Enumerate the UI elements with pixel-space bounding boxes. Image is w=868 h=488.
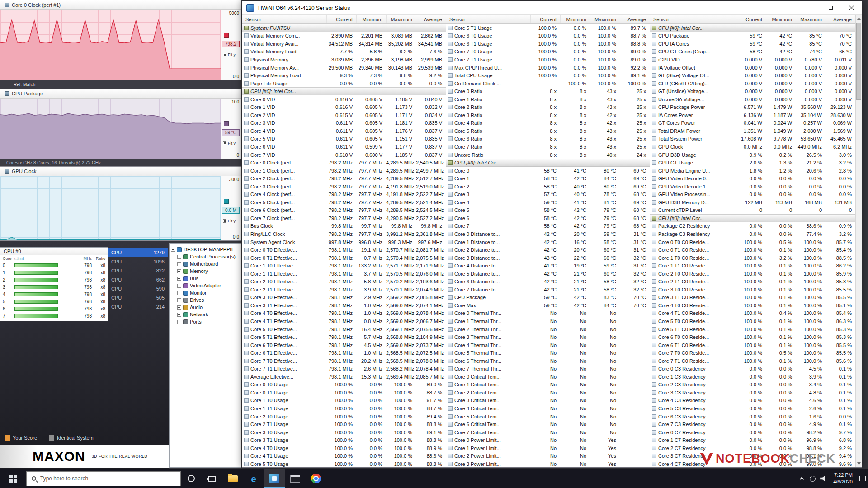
sensor-row[interactable]: Core 1 T0 C0 Reside...100.0 %3.2 %100.0 …: [650, 254, 855, 262]
cinebench-score-row[interactable]: CPU214: [108, 302, 168, 311]
tree-item[interactable]: Audio: [171, 304, 239, 311]
graph-titlebar[interactable]: CPU Package: [0, 89, 241, 99]
sensor-row[interactable]: Bus Clock99.8 MHz99.7 MHz99.8 MHz99.8 MH…: [242, 222, 446, 230]
sensor-row[interactable]: Core 3 T0 Effective...798.1 MHz2.9 MHz2,…: [242, 294, 446, 302]
tree-item[interactable]: Bus: [171, 275, 239, 282]
sensor-group-row[interactable]: CPU [#0]: Intel Cor...: [650, 214, 855, 222]
sensor-row[interactable]: Core 2 Power Limit...NoNoYes: [446, 452, 650, 460]
sensor-row[interactable]: Core 3 VID0.611 V0.605 V1.181 V0.835 V: [242, 119, 446, 127]
sensor-row[interactable]: Core 1 T0 Effective...798.1 MHz133.2 MHz…: [242, 262, 446, 270]
sensor-row[interactable]: GPU Video Processin...0.0 %0.0 %0.0 %0.0…: [650, 190, 855, 198]
sensor-row[interactable]: Total CPU Usage100.0 %0.0 %100.0 %89.1 %: [446, 71, 650, 80]
sensor-row[interactable]: CPU Package59 °C42 °C83 °C70 °C: [446, 294, 650, 302]
sensor-row[interactable]: Core 6 VID0.611 V0.599 V1.177 V0.837 V: [242, 143, 446, 151]
network-tray-button[interactable]: [807, 469, 818, 488]
sensor-row[interactable]: Core 0 Distance to...42 °C20 °C59 °C31 °…: [446, 230, 650, 238]
sensor-group-row[interactable]: CPU [#0]: Intel Cor...: [242, 87, 446, 95]
tree-item[interactable]: Network: [171, 311, 239, 318]
sensor-row[interactable]: Core 5 T1 Usage100.0 %0.0 %100.0 %89.7 %: [446, 24, 650, 32]
sensor-row[interactable]: Core 4 C3 Residency0.0 %0.0 %4.6 %0.1 %: [650, 397, 855, 405]
sensor-row[interactable]: Core 2 Thermal Thr...NoNoNo: [446, 325, 650, 333]
sensor-row[interactable]: Core 658 °C42 °C79 °C68 °C: [446, 214, 650, 222]
sensor-row[interactable]: Core 5 T0 Effective...798.1 MHz16.4 MHz2…: [242, 325, 446, 333]
sensor-row[interactable]: Core 1 Clock (perf...798.2 MHz797.7 MHz4…: [242, 167, 446, 175]
sensor-row[interactable]: Core 158 °C42 °C84 °C69 °C: [446, 174, 650, 183]
sensor-group-row[interactable]: CPU [#0]: Intel Cor...: [446, 159, 650, 167]
sensor-row[interactable]: Core 1 Power Limit...NoNoYes: [446, 444, 650, 452]
sensor-row[interactable]: Core 3 Ratio8 x8 x42 x25 x: [446, 111, 650, 119]
sensor-row[interactable]: Core 6 Critical Tem...NoNoNo: [446, 420, 650, 428]
sensor-row[interactable]: Core Max59 °C42 °C84 °C70 °C: [446, 301, 650, 310]
sensor-row[interactable]: Page File Usage0.0 %0.0 %0.0 %0.0 %: [242, 80, 446, 88]
sensor-row[interactable]: Core 7 VID0.610 V0.600 V1.185 V0.837 V: [242, 151, 446, 159]
sensor-row[interactable]: Core 0 T0 C0 Reside...100.0 %0.5 %100.0 …: [650, 238, 855, 246]
column-header-sensor[interactable]: Sensor: [446, 15, 530, 23]
column-header[interactable]: Minimum: [356, 15, 386, 23]
fit-y-toggle[interactable]: Fit y: [223, 52, 236, 57]
sensor-row[interactable]: Core 4 T1 C0 Reside...100.0 %0.4 %100.0 …: [650, 310, 855, 318]
sensor-row[interactable]: Uncore/SA Voltage...0.000 V0.000 V0.000 …: [650, 95, 855, 103]
expand-icon[interactable]: [177, 298, 181, 302]
column-header[interactable]: Minimum: [560, 15, 590, 23]
sensor-row[interactable]: Core 0 Ratio8 x8 x43 x25 x: [446, 87, 650, 95]
sensor-group-row[interactable]: CPU [#0]: Intel Cor...: [650, 24, 855, 32]
sensor-row[interactable]: GPU GT Usage2.0 %1.3 %21.2 %3.2 %: [650, 159, 855, 167]
taskbar-clock[interactable]: 7:22 PM 4/6/2020: [829, 472, 857, 485]
sensor-row[interactable]: Core 1 Thermal Thr...NoNoNo: [446, 317, 650, 325]
sensor-row[interactable]: Core 6 Ratio8 x8 x43 x25 x: [446, 135, 650, 143]
sensor-row[interactable]: Core 7 T1 Usage100.0 %0.0 %100.0 %89.0 %: [446, 56, 650, 64]
sensor-row[interactable]: Core 3 Clock (perf...798.2 MHz797.7 MHz4…: [242, 183, 446, 191]
sensor-row[interactable]: Physical Memory Load9.3 %7.3 %9.8 %9.2 %: [242, 71, 446, 80]
sensor-row[interactable]: Core 5 T0 Usage100.0 %0.0 %100.0 %88.8 %: [242, 460, 446, 467]
sensor-row[interactable]: Core 0 T0 Usage100.0 %0.0 %100.0 %89.0 %: [242, 381, 446, 389]
column-header[interactable]: Minimum: [766, 15, 796, 23]
sensor-row[interactable]: Core 3 T1 C0 Reside...100.0 %0.1 %100.0 …: [650, 294, 855, 302]
scroll-thumb[interactable]: [856, 23, 861, 100]
tree-item[interactable]: Motherboard: [171, 260, 239, 267]
expand-icon[interactable]: [177, 291, 181, 295]
sensor-row[interactable]: Core 2 VID0.615 V0.605 V1.171 V0.834 V: [242, 111, 446, 119]
sensor-row[interactable]: Core 4 T1 Effective...798.1 MHz0.8 MHz2,…: [242, 317, 446, 325]
sensor-row[interactable]: GPU Video Decode 0...0.0 %0.0 %0.0 %0.0 …: [650, 174, 855, 183]
start-button[interactable]: [0, 469, 26, 488]
hwinfo-titlebar[interactable]: HWiNFO64 v6.24-4120 Sensor Status: [242, 1, 862, 15]
tree-item[interactable]: Drives: [171, 296, 239, 304]
sensor-row[interactable]: Package C2 Residency0.0 %0.0 %38.6 %0.9 …: [650, 222, 855, 230]
sensor-row[interactable]: Total DRAM Power1.351 W1.049 W2.080 W1.5…: [650, 127, 855, 135]
sensor-row[interactable]: Core 5 T1 C0 Reside...100.0 %0.1 %100.0 …: [650, 325, 855, 333]
sensor-row[interactable]: Core 1 C7 Residency0.0 %0.0 %96.9 %6.8 %: [650, 436, 855, 444]
sensor-row[interactable]: Core 058 °C41 °C80 °C69 °C: [446, 167, 650, 175]
sensor-row[interactable]: Core 0 Power Limit...NoNoYes: [446, 436, 650, 444]
tree-item[interactable]: Ports: [171, 318, 239, 325]
sensor-row[interactable]: Core 2 T1 Usage100.0 %0.0 %100.0 %88.8 %: [242, 420, 446, 428]
edge-button[interactable]: e: [243, 469, 264, 488]
tree-item[interactable]: Memory: [171, 267, 239, 275]
tree-root[interactable]: DESKTOP-MANPPP8: [171, 246, 239, 253]
cinebench-score-row[interactable]: CPU505: [108, 293, 168, 302]
sensor-row[interactable]: Core 4 T0 C0 Reside...100.0 %0.1 %100.0 …: [650, 301, 855, 310]
sensor-row[interactable]: Core 1 C3 Residency0.0 %0.0 %3.9 %0.1 %: [650, 373, 855, 381]
sensor-row[interactable]: Uncore Ratio8 x8 x40 x24 x: [446, 151, 650, 159]
sensor-row[interactable]: Core 5 Clock (perf...798.2 MHz797.7 MHz4…: [242, 198, 446, 206]
sensor-row[interactable]: GT (Slice) Voltage Of...0.000 V0.000 V0.…: [650, 71, 855, 80]
sensor-row[interactable]: Core 1 T1 C0 Reside...100.0 %0.1 %100.0 …: [650, 262, 855, 270]
sensor-row[interactable]: Core 2 C7 Residency0.0 %0.0 %98.8 %9.2 %: [650, 444, 855, 452]
sensor-row[interactable]: CPU Package Power6.571 W1.479 W35.568 W2…: [650, 103, 855, 111]
sensor-group-row[interactable]: System: FUJITSU: [242, 24, 446, 32]
column-header-sensor[interactable]: Sensor: [650, 15, 736, 23]
sensor-row[interactable]: Core 4 Critical Tem...NoNoNo: [446, 404, 650, 413]
sensor-row[interactable]: Core 1 T1 Effective...798.1 MHz3.7 MHz2,…: [242, 270, 446, 278]
sensor-row[interactable]: Max CPU/Thread U...100.0 %0.0 %100.0 %92…: [446, 64, 650, 72]
sensor-row[interactable]: Core 6 T0 C0 Reside...100.0 %0.1 %100.0 …: [650, 333, 855, 341]
sensor-row[interactable]: Core 3 Power Limit...NoNoYes: [446, 460, 650, 467]
tree-item[interactable]: Monitor: [171, 289, 239, 296]
tree-item[interactable]: Video Adapter: [171, 282, 239, 289]
maximize-button[interactable]: [820, 1, 841, 14]
sensor-row[interactable]: CPU GT Cores (Grap...58 °C42 °C74 °C65 °…: [650, 48, 855, 56]
sensor-row[interactable]: CLR (CBo/LLC/Ring)...0.000 V0.000 V0.000…: [650, 80, 855, 88]
graph-titlebar[interactable]: GPU Clock: [0, 167, 241, 176]
sensor-row[interactable]: Core 7 C3 Residency0.0 %0.0 %4.9 %0.1 %: [650, 420, 855, 428]
sensor-row[interactable]: CPU IA Cores59 °C42 °C85 °C70 °C: [650, 40, 855, 48]
sensor-row[interactable]: GPU D3D Memory D...122 MB113 MB168 MB131…: [650, 198, 855, 206]
sensor-row[interactable]: Current cTDP Level0000: [650, 206, 855, 215]
